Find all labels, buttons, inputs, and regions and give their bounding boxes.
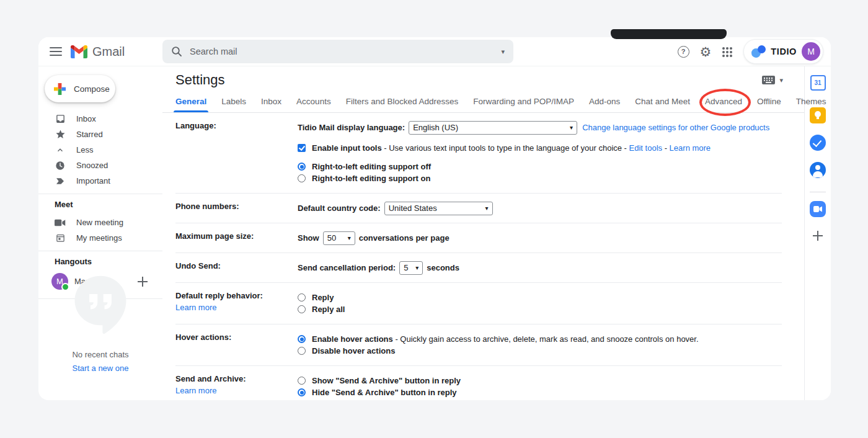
apps-grid-icon[interactable]: [722, 46, 733, 58]
cancellation-period-select[interactable]: 5 ▾: [399, 261, 423, 275]
google-tasks-icon[interactable]: [810, 135, 826, 151]
page-title: Settings: [175, 72, 225, 88]
video-camera-icon: [55, 217, 66, 228]
sidebar-item-snoozed[interactable]: Snoozed: [38, 158, 162, 173]
row-reply-behavior: Default reply behavior: Learn more Reply…: [175, 283, 782, 324]
desktop-background: Gmail Search mail ▾ ? ⚙ TIDIO M: [0, 0, 868, 438]
reply-option: Reply: [298, 293, 782, 303]
rtl-on-option: Right-to-left editing support on: [298, 174, 782, 184]
edit-tools-link[interactable]: Edit tools: [629, 143, 662, 153]
start-new-chat-link[interactable]: Start a new one: [38, 364, 162, 373]
learn-more-link[interactable]: Learn more: [175, 386, 216, 396]
tab-chat-and-meet[interactable]: Chat and Meet: [627, 94, 698, 112]
rtl-on-radio[interactable]: [298, 174, 306, 182]
row-page-size: Maximum page size: Show 50 ▾ conversatio…: [175, 223, 782, 253]
meet-section-header: Meet: [38, 200, 162, 209]
row-label: Phone numbers:: [175, 202, 298, 215]
enable-hover-radio[interactable]: [298, 335, 306, 343]
row-label: Language:: [175, 121, 298, 185]
row-label: Maximum page size:: [175, 231, 298, 245]
row-label: Send and Archive:: [175, 374, 284, 384]
keyboard-icon: [762, 76, 775, 84]
brand-name: TIDIO: [771, 47, 797, 56]
tab-addons[interactable]: Add-ons: [582, 94, 627, 112]
learn-more-link[interactable]: Learn more: [670, 143, 711, 153]
clock-icon: [55, 160, 66, 171]
settings-gear-icon[interactable]: ⚙: [700, 45, 712, 58]
reply-all-radio[interactable]: [298, 305, 306, 313]
google-keep-icon[interactable]: [810, 107, 826, 123]
important-marker-icon: [55, 176, 66, 187]
side-panel: 31: [804, 66, 831, 400]
empty-chats-message: No recent chats: [38, 350, 162, 359]
get-addons-icon[interactable]: [813, 231, 823, 241]
zoom-app-icon[interactable]: [810, 201, 826, 217]
rtl-off-option: Right-to-left editing support off: [298, 162, 782, 172]
chevron-down-icon: ▾: [779, 77, 783, 84]
input-method-selector[interactable]: ▾: [762, 76, 783, 84]
sidebar-item-my-meetings[interactable]: My meetings: [38, 230, 162, 246]
tab-forwarding[interactable]: Forwarding and POP/IMAP: [466, 94, 582, 112]
tab-inbox[interactable]: Inbox: [254, 94, 289, 112]
search-icon: [171, 46, 182, 57]
hide-send-archive-radio[interactable]: [298, 388, 306, 396]
tab-accounts[interactable]: Accounts: [289, 94, 339, 112]
disable-hover-option: Disable hover actions: [298, 346, 782, 356]
top-bar: Gmail Search mail ▾ ? ⚙ TIDIO M: [38, 37, 831, 66]
hangouts-section-header: Hangouts: [38, 257, 162, 266]
display-language-select[interactable]: English (US) ▾: [409, 121, 577, 135]
account-pill[interactable]: TIDIO M: [743, 39, 823, 64]
sidebar-item-less[interactable]: Less: [38, 142, 162, 158]
sidebar-item-label: Inbox: [76, 114, 96, 123]
search-bar[interactable]: Search mail ▾: [162, 40, 513, 63]
settings-rows: Language: Tidio Mail display language: E…: [162, 113, 804, 400]
reply-all-option: Reply all: [298, 305, 782, 315]
sidebar-item-starred[interactable]: Starred: [38, 127, 162, 142]
user-avatar[interactable]: M: [802, 42, 820, 61]
sidebar-item-label: New meeting: [76, 218, 123, 227]
sidebar-divider: [38, 251, 162, 251]
input-tools-checkbox[interactable]: [298, 144, 306, 152]
sidebar: Compose Inbox Starred Less: [38, 66, 162, 400]
tab-labels[interactable]: Labels: [214, 94, 254, 112]
reply-radio[interactable]: [298, 293, 306, 302]
tab-filters[interactable]: Filters and Blocked Addresses: [339, 94, 466, 112]
search-options-icon[interactable]: ▾: [501, 48, 505, 55]
main-menu-icon[interactable]: [50, 47, 62, 56]
display-language-label: Tidio Mail display language:: [298, 123, 405, 133]
tab-offline[interactable]: Offline: [750, 94, 789, 112]
chat-empty-state: No recent chats Start a new one: [38, 274, 162, 373]
compose-button[interactable]: Compose: [45, 75, 115, 102]
page-size-select[interactable]: 50 ▾: [323, 231, 355, 245]
help-icon[interactable]: ?: [678, 46, 689, 58]
hangouts-bubble-icon: [72, 274, 129, 334]
row-send-archive: Send and Archive: Learn more Show "Send …: [175, 366, 782, 400]
settings-tabs: General Labels Inbox Accounts Filters an…: [162, 94, 804, 113]
sidebar-item-inbox[interactable]: Inbox: [38, 111, 162, 127]
learn-more-link[interactable]: Learn more: [175, 303, 216, 313]
sidebar-item-new-meeting[interactable]: New meeting: [38, 215, 162, 230]
gmail-window: Gmail Search mail ▾ ? ⚙ TIDIO M: [38, 37, 831, 400]
tab-advanced-label: Advanced: [705, 97, 742, 106]
country-code-select[interactable]: United States ▾: [384, 202, 493, 215]
enable-hover-option: Enable hover actions - Quickly gain acce…: [298, 334, 782, 344]
side-panel-divider: [810, 192, 826, 192]
show-send-archive-option: Show "Send & Archive" button in reply: [298, 376, 782, 386]
rtl-off-radio[interactable]: [298, 163, 306, 171]
tab-advanced[interactable]: Advanced: [698, 94, 750, 112]
sidebar-item-label: Snoozed: [76, 161, 108, 170]
tab-general[interactable]: General: [168, 94, 214, 112]
sidebar-item-label: Less: [76, 145, 93, 154]
change-language-link[interactable]: Change language settings for other Googl…: [582, 123, 769, 133]
disable-hover-radio[interactable]: [298, 347, 306, 355]
chevron-down-icon: ▾: [415, 265, 418, 271]
sidebar-item-label: My meetings: [76, 233, 122, 243]
chevron-up-icon: [55, 145, 66, 156]
google-calendar-icon[interactable]: 31: [810, 75, 826, 91]
row-undo-send: Undo Send: Send cancellation period: 5 ▾…: [175, 253, 782, 283]
sidebar-item-important[interactable]: Important: [38, 173, 162, 189]
show-send-archive-radio[interactable]: [298, 377, 306, 385]
google-contacts-icon[interactable]: [810, 162, 826, 178]
cropped-overlay-bar: [611, 29, 727, 39]
sidebar-divider: [38, 194, 162, 194]
